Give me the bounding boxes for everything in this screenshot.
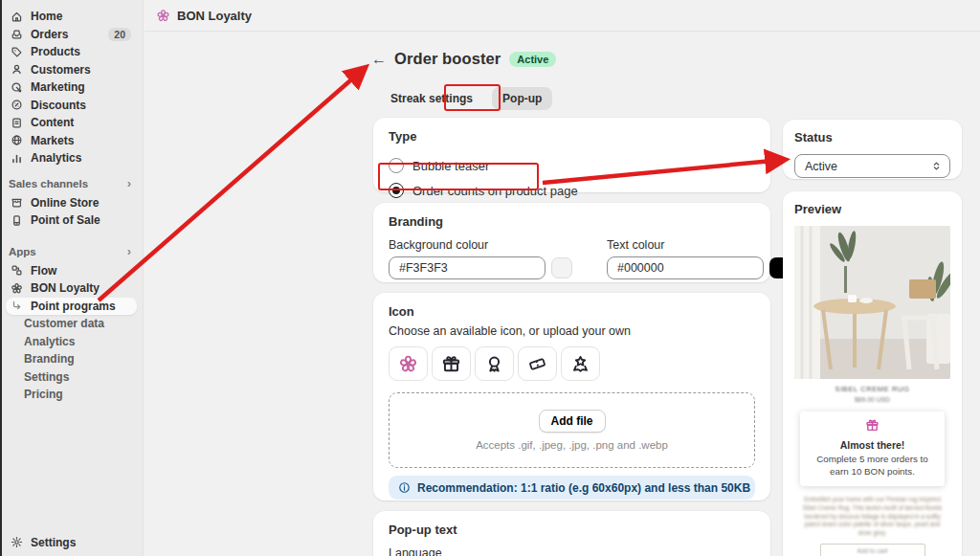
status-card: Status Active	[783, 120, 962, 179]
orders-icon	[11, 28, 23, 40]
tab-bar: Streak settings Pop-up	[385, 87, 552, 110]
icon-choice-bon-flower[interactable]	[389, 346, 428, 381]
preview-card: Preview SIBEL CREME RUG $69.00 USD	[783, 191, 962, 556]
sidebar-item-customers[interactable]: Customers	[6, 61, 137, 79]
sidebar-item-label: Branding	[24, 352, 75, 366]
text-colour-label: Text colour	[607, 238, 791, 252]
bon-flower-icon	[398, 354, 418, 374]
tag-icon	[11, 46, 23, 58]
sidebar-item-bon-loyalty[interactable]: BON Loyalty	[6, 279, 137, 298]
tab-pop-up[interactable]: Pop-up	[492, 87, 552, 110]
gear-icon	[11, 536, 23, 548]
sidebar-item-label: Home	[31, 10, 62, 23]
app-header: BON Loyalty	[145, 0, 980, 32]
popup-line: earn 10 BON points.	[806, 466, 939, 478]
gift-icon	[441, 354, 461, 374]
radio-option-order-counts[interactable]: Order counts on product page	[389, 178, 755, 203]
card-title: Type	[389, 129, 755, 144]
sidebar-item-label: Point of Sale	[31, 213, 100, 227]
app-title: BON Loyalty	[177, 9, 252, 23]
sidebar-item-analytics[interactable]: Analytics	[6, 149, 137, 167]
text-colour-input[interactable]	[607, 256, 764, 279]
analytics-icon	[11, 152, 23, 165]
sales-channels-header[interactable]: Sales channels ›	[9, 175, 131, 192]
gift-icon	[865, 418, 880, 433]
radio-selected[interactable]	[389, 183, 404, 198]
recommendation-text: Recommendation: 1:1 ratio (e.g 60x60px) …	[417, 481, 750, 495]
sidebar-item-label: Analytics	[24, 335, 75, 348]
chevron-right-icon: ›	[127, 177, 131, 189]
icon-card: Icon Choose an available icon, or upload…	[373, 293, 770, 500]
page-title: Order booster	[394, 50, 501, 68]
sidebar-item-point-programs[interactable]: Point programs	[6, 298, 137, 316]
icon-choice-ticket[interactable]	[518, 346, 557, 381]
sidebar-item-label: Markets	[31, 134, 74, 147]
sidebar-item-point-of-sale[interactable]: Point of Sale	[6, 211, 137, 230]
sidebar-item-pricing[interactable]: Pricing	[6, 386, 137, 404]
bon-flower-icon	[156, 9, 170, 23]
radio-option-bubble-teaser[interactable]: Bubble teaser	[389, 153, 755, 178]
sidebar-item-label: Point programs	[31, 300, 116, 313]
preview-description: Embellish your home with our Persian rug…	[798, 496, 947, 537]
status-badge: Active	[509, 52, 556, 67]
sidebar-item-settings[interactable]: Settings	[6, 534, 138, 552]
icon-choice-gift[interactable]	[432, 346, 471, 381]
type-card: Type Bubble teaser Order counts on produ…	[373, 118, 770, 192]
sidebar-item-home[interactable]: Home	[6, 8, 137, 26]
sidebar-item-label: Products	[31, 45, 80, 58]
star-badge-icon	[570, 354, 590, 374]
sidebar-item-content[interactable]: Content	[6, 114, 137, 132]
sidebar-item-label: Settings	[31, 536, 76, 549]
sidebar-item-products[interactable]: Products	[6, 43, 137, 61]
preview-product-price: $69.00 USD	[794, 396, 950, 403]
status-select[interactable]: Active	[794, 154, 950, 178]
chevron-right-icon: ›	[127, 245, 131, 257]
sidebar-item-markets[interactable]: Markets	[6, 132, 137, 150]
radio-label: Order counts on product page	[412, 184, 578, 198]
orders-count-badge: 20	[108, 28, 131, 41]
sidebar-item-marketing[interactable]: Marketing	[6, 78, 137, 97]
sidebar-item-settings-app[interactable]: Settings	[6, 368, 137, 387]
sidebar-item-label: Flow	[31, 264, 56, 278]
file-dropzone[interactable]: Add file Accepts .gif, .jpeg, .jpg, .png…	[389, 392, 755, 468]
sidebar-item-branding[interactable]: Branding	[6, 350, 137, 368]
sidebar-item-label: Content	[31, 116, 74, 129]
popup-line: Complete 5 more orders to	[806, 454, 939, 466]
marketing-icon	[11, 81, 23, 94]
sidebar-item-customer-data[interactable]: Customer data	[6, 315, 137, 333]
icon-choice-star-badge[interactable]	[561, 346, 600, 381]
apps-header[interactable]: Apps ›	[9, 243, 131, 260]
accepts-hint: Accepts .gif, .jpeg, .jpg, .png and .web…	[476, 439, 668, 451]
sidebar-item-label: BON Loyalty	[31, 281, 100, 295]
recommendation-banner: Recommendation: 1:1 ratio (e.g 60x60px) …	[389, 476, 755, 500]
add-to-cart-button[interactable]: Add to cart	[820, 544, 925, 556]
page-title-row: ← Order booster Active	[371, 50, 556, 68]
sidebar-item-label: Online Store	[31, 196, 99, 210]
sidebar-item-orders[interactable]: Orders 20	[6, 26, 137, 44]
sidebar-item-label: Settings	[24, 370, 69, 384]
section-label: Apps	[9, 246, 36, 257]
home-icon	[11, 11, 23, 23]
background-colour-input[interactable]	[389, 256, 546, 279]
card-title: Preview	[794, 202, 950, 216]
card-title: Branding	[389, 214, 755, 229]
popup-text-card: Pop-up text Language	[373, 511, 770, 556]
icon-subtitle: Choose an available icon, or upload your…	[389, 324, 755, 338]
sidebar-item-flow[interactable]: Flow	[6, 262, 137, 280]
language-label: Language	[389, 546, 755, 556]
sidebar-item-online-store[interactable]: Online Store	[6, 194, 137, 212]
sidebar-item-label: Customer data	[24, 317, 104, 330]
branding-card: Branding Background colour Text colour	[373, 203, 770, 282]
subitem-arrow-icon	[11, 300, 23, 312]
pos-icon	[11, 214, 23, 227]
tab-streak-settings[interactable]: Streak settings	[385, 87, 479, 110]
status-select-value: Active	[805, 160, 837, 173]
background-colour-swatch[interactable]	[551, 257, 572, 278]
icon-choice-medal[interactable]	[475, 346, 514, 381]
sidebar-item-analytics-app[interactable]: Analytics	[6, 333, 137, 351]
radio-unselected[interactable]	[389, 158, 404, 173]
add-file-button[interactable]: Add file	[539, 410, 606, 433]
back-button[interactable]: ←	[371, 51, 387, 68]
sidebar-item-discounts[interactable]: Discounts	[6, 97, 137, 115]
discounts-icon	[11, 99, 23, 111]
